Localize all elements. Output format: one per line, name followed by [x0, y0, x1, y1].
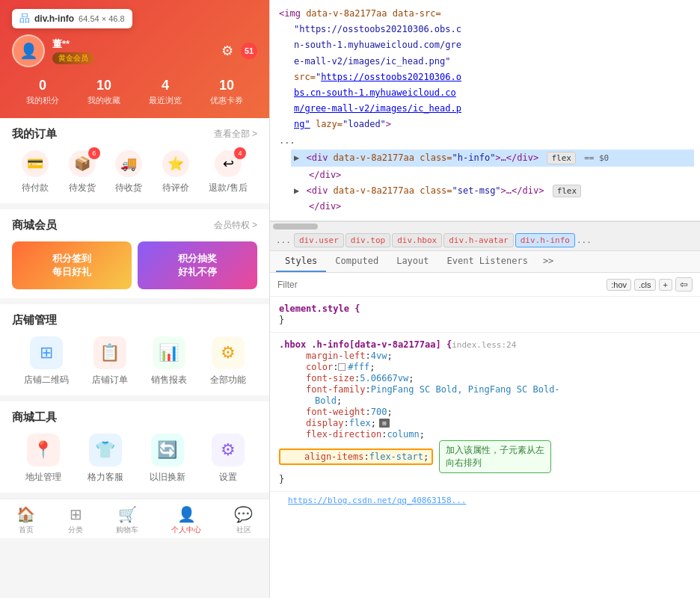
css-selector-line-element: element.style {	[279, 303, 691, 314]
tab-computed[interactable]: Computed	[326, 251, 387, 272]
css-prop-flexdir: flex-direction : column ;	[279, 429, 691, 440]
html-line-src5: bs.cn-south-1.myhuaweicloud.co	[279, 85, 691, 101]
breadcrumb-div-top[interactable]: div.top	[346, 233, 390, 247]
orders-header: 我的订单 查看全部 >	[12, 127, 257, 141]
breadcrumb-div-havatar[interactable]: div.h-avatar	[443, 233, 513, 247]
html-line-src6: m/gree-mall-v2/images/ic_head.p	[279, 101, 691, 117]
nav-profile[interactable]: 👤 个人中心	[171, 505, 201, 535]
css-val-font-family2: Bold	[315, 395, 337, 406]
scrollbar-thumb-h[interactable]	[273, 224, 318, 229]
member-banner-daily[interactable]: 积分签到每日好礼	[12, 241, 132, 289]
order-item-pay[interactable]: 💳 待付款	[22, 150, 49, 194]
filter-add[interactable]: +	[659, 279, 672, 291]
css-selector-hinfo: .hbox .h-info[data-v-8a2177aa] {	[279, 339, 452, 350]
breadcrumb-div-user[interactable]: div.user	[294, 233, 344, 247]
html-attr-div: data-v-8a2177aa class=	[334, 152, 452, 163]
html-selected-span: ▶ <div data-v-8a2177aa class="h-info">…<…	[291, 150, 694, 167]
css-prop-font-family: font-family	[294, 384, 365, 395]
devtools-tabs: Styles Computed Layout Event Listeners >…	[270, 251, 700, 273]
nav-category[interactable]: ⊞ 分类	[68, 505, 83, 535]
tab-styles[interactable]: Styles	[276, 251, 326, 272]
css-val-display: flex	[349, 418, 371, 428]
tool-item-exchange[interactable]: 🔄 以旧换新	[150, 434, 185, 484]
order-item-review[interactable]: ⭐ 待评价	[162, 150, 189, 194]
tab-more[interactable]: >>	[537, 251, 559, 272]
notification-badge[interactable]: 51	[241, 43, 257, 59]
nav-cart[interactable]: 🛒 购物车	[116, 505, 138, 535]
css-colon6: :	[344, 418, 349, 428]
styles-panel: :hov .cls + ⇦ element.style { } .hbox .h…	[270, 273, 700, 598]
html-close-div: </div>	[279, 167, 691, 183]
tool-item-address[interactable]: 📍 地址管理	[25, 434, 61, 484]
stat-jiefen[interactable]: 0 我的积分	[26, 78, 59, 106]
breadcrumb-end[interactable]: ...	[577, 235, 592, 245]
css-selector-element: element.style {	[279, 303, 360, 314]
css-prop-margin-left: margin-left	[294, 351, 365, 361]
order-item-receive[interactable]: 🚚 待收货	[115, 150, 142, 194]
html-val-src1: "https://osstoobs20210306.obs.c	[294, 24, 461, 34]
css-prop-alignitems: align-items : flex-start ;	[279, 449, 433, 465]
order-badge-ship: 6	[88, 147, 100, 159]
css-prop-align-items: align-items	[292, 451, 363, 462]
banner-lottery-text: 积分抽奖好礼不停	[178, 252, 217, 279]
css-semi1: ;	[387, 351, 392, 361]
breadcrumb-more[interactable]: ...	[276, 235, 291, 245]
order-label-receive: 待收货	[115, 182, 142, 194]
filter-back[interactable]: ⇦	[675, 277, 693, 292]
collapse-setmsg[interactable]: ▶	[294, 185, 299, 196]
stat-youhui[interactable]: 10 优惠卡券	[210, 78, 243, 106]
shop-item-qrcode[interactable]: ⊞ 店铺二维码	[24, 336, 69, 386]
stat-liulan[interactable]: 4 最近浏览	[149, 78, 182, 106]
user-header: 品 div.h-info 64.54 × 46.8 👤 董** 黄金会员 ⚙ 5…	[0, 0, 269, 118]
member-link[interactable]: 会员特权 >	[214, 219, 257, 232]
css-colon5: :	[365, 407, 370, 417]
tool-item-service[interactable]: 👕 格力客服	[88, 434, 123, 484]
member-section: 商城会员 会员特权 > 积分签到每日好礼 积分抽奖好礼不停	[0, 209, 269, 298]
bottom-link[interactable]: https://blog.csdn.net/qq_40863158...	[279, 493, 475, 508]
category-icon: ⊞	[70, 505, 82, 523]
member-banner-lottery[interactable]: 积分抽奖好礼不停	[138, 241, 257, 289]
orders-link[interactable]: 查看全部 >	[214, 128, 257, 141]
user-right: ⚙ 51	[221, 43, 257, 59]
collapse-arrow[interactable]: ▶	[294, 152, 299, 163]
css-source-hinfo: index.less:24	[452, 340, 516, 350]
tab-layout[interactable]: Layout	[387, 251, 438, 272]
shop-item-report[interactable]: 📊 销售报表	[151, 336, 187, 386]
shop-label-orders: 店铺订单	[92, 374, 128, 386]
shop-item-all[interactable]: ⚙ 全部功能	[210, 336, 246, 386]
nav-home[interactable]: 🏠 首页	[16, 505, 35, 535]
html-tag-setmsg: <div	[306, 185, 328, 196]
css-color-swatch-white[interactable]	[338, 363, 346, 371]
shop-title: 店铺管理	[12, 313, 57, 327]
css-semi7: ;	[420, 429, 425, 440]
settings-icon[interactable]: ⚙	[221, 43, 233, 59]
css-prop-fontfamily: font-family : PingFang SC Bold, PingFang…	[279, 384, 691, 395]
html-line-src4: src="https://osstoobs20210306.o	[279, 70, 691, 85]
filter-cls[interactable]: .cls	[634, 279, 656, 291]
tab-event-listeners[interactable]: Event Listeners	[438, 251, 537, 272]
order-icon-receive-wrap: 🚚	[115, 150, 142, 177]
order-icon-review-wrap: ⭐	[162, 150, 189, 177]
breadcrumb-div-hbox[interactable]: div.hbox	[392, 233, 442, 247]
flex-grid-icon[interactable]: ⊞	[379, 419, 390, 428]
order-icon-pay: 💳	[22, 150, 49, 177]
shop-icon-all: ⚙	[212, 336, 245, 369]
css-semi3: ;	[408, 373, 414, 383]
flex-badge2: flex	[553, 185, 582, 197]
breadcrumb-div-hinfo[interactable]: div.h-info	[515, 233, 575, 247]
filter-input[interactable]	[277, 280, 602, 290]
nav-category-label: 分类	[68, 525, 83, 535]
horizontal-scrollbar[interactable]	[270, 221, 700, 230]
css-val-flex-direction: column	[387, 429, 419, 440]
order-item-refund[interactable]: ↩ 4 退款/售后	[209, 150, 247, 194]
order-item-ship[interactable]: 📦 6 待发货	[69, 150, 96, 194]
stat-shoucang[interactable]: 10 我的收藏	[88, 78, 120, 106]
tool-item-settings[interactable]: ⚙ 设置	[212, 434, 245, 484]
html-val-src5: bs.cn-south-1.myhuaweicloud.co	[294, 87, 456, 98]
shop-section: 店铺管理 ⊞ 店铺二维码 📋 店铺订单 📊 销售报表 ⚙ 全部功能	[0, 304, 269, 395]
shop-item-orders[interactable]: 📋 店铺订单	[92, 336, 128, 386]
html-selected-div[interactable]: ▶ <div data-v-8a2177aa class="h-info">…<…	[279, 149, 691, 167]
nav-community[interactable]: 💬 社区	[234, 505, 253, 535]
cart-icon: 🛒	[118, 505, 137, 523]
filter-hov[interactable]: :hov	[607, 279, 631, 291]
